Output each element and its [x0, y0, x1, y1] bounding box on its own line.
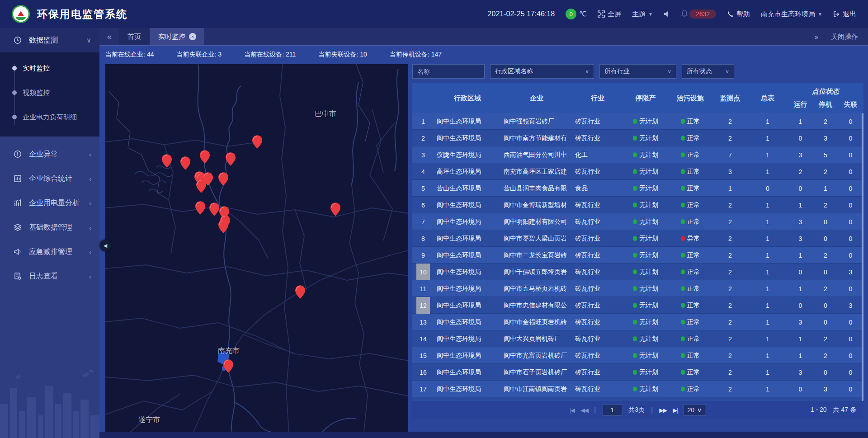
first-page-button[interactable]: |◀ — [570, 407, 574, 414]
map-panel[interactable]: 巴中市南充市遂宁市 — [105, 64, 408, 432]
map-collapse-button[interactable]: ◀ — [99, 240, 111, 251]
chevron-down-icon: ∨ — [697, 406, 702, 414]
chevron-collapsed-icon: ‹ — [89, 199, 91, 207]
map-marker-pin-icon[interactable] — [218, 220, 228, 233]
company-cell: 阆中市江南镇阆南页岩 — [501, 381, 572, 397]
main-meter-cell: 1 — [748, 297, 788, 314]
table-row[interactable]: 2 阆中生态环境局 阆中市南方节能建材有 砖瓦行业 无计划 正常 2 — [412, 130, 863, 146]
table-row[interactable]: 18 南部生态环境局 南部县砚化水泥有限公 建材加工 无计划 正常 5 — [412, 397, 863, 401]
last-page-button[interactable]: ▶| — [673, 407, 677, 414]
company-cell: 阆中市金福旺页岩机砖 — [501, 314, 572, 330]
running-count-cell: 1 — [788, 197, 813, 213]
status-bar: 当前在线企业:44 当前失联企业:3 当前在线设备:211 当前失联设备:10 … — [105, 46, 443, 64]
map-marker-pin-icon[interactable] — [223, 359, 233, 373]
map-marker-pin-icon[interactable] — [195, 201, 205, 215]
logout-label: 退出 — [843, 10, 856, 19]
close-operations-button[interactable]: 关闭操作 — [831, 33, 858, 41]
map-marker-pin-icon[interactable] — [252, 135, 262, 149]
status-dot — [633, 119, 637, 124]
map-marker-pin-icon[interactable] — [196, 179, 206, 193]
halted-count-cell: 0 — [813, 364, 838, 381]
table-row[interactable]: 14 阆中生态环境局 阆中大兴页岩机砖厂 砖瓦行业 无计划 正常 2 — [412, 330, 863, 347]
notification-area[interactable]: 2632 — [681, 9, 716, 19]
table-row[interactable]: 10 阆中生态环境局 阆中千佛镇五郎垭页岩 砖瓦行业 无计划 正常 2 — [412, 264, 863, 280]
table-row[interactable]: 7 阆中生态环境局 阆中明阳建材有限公司 砖瓦行业 无计划 正常 2 — [412, 213, 863, 230]
page-size-select[interactable]: 20 ∨ — [684, 404, 706, 416]
table-row[interactable]: 12 阆中生态环境局 阆中市忠信建材有限公 砖瓦行业 无计划 正常 2 — [412, 297, 863, 314]
map-marker-pin-icon[interactable] — [200, 150, 210, 164]
stop-limit-cell: 无计划 — [623, 397, 668, 401]
sidebar-group-enterprise-abnormal[interactable]: 企业异常 ‹ — [0, 142, 99, 166]
sidebar-item-video-monitor[interactable]: 视频监控 — [0, 80, 99, 105]
pagination-bar: |◀ ◀◀ | 共3页 | ▶▶ ▶| 20 ∨ 1 - 20 共 47 条 — [412, 401, 863, 419]
sidebar-group-enterprise-stats[interactable]: 企业综合统计 ‹ — [0, 166, 99, 191]
row-index-cell: 3 — [412, 146, 434, 163]
status-filter-select[interactable]: 所有状态 ∨ — [682, 64, 734, 79]
region-cell: 阆中生态环境局 — [434, 197, 501, 213]
table-row[interactable]: 13 阆中生态环境局 阆中市金福旺页岩机砖 砖瓦行业 无计划 正常 2 — [412, 314, 863, 330]
help-button[interactable]: 帮助 — [727, 10, 750, 19]
status-dot — [681, 353, 685, 358]
status-dot — [633, 169, 637, 174]
map-marker-pin-icon[interactable] — [218, 172, 228, 186]
map-marker-pin-icon[interactable] — [295, 285, 305, 299]
industry-cell: 砖瓦行业 — [572, 314, 623, 330]
pollution-facility-cell: 正常 — [668, 314, 712, 330]
sidebar-group-data-monitor[interactable]: 数据监测 ∨ — [0, 28, 99, 52]
pollution-facility-cell: 正常 — [668, 347, 712, 364]
table-row[interactable]: 15 阆中生态环境局 阆中市光富页岩机砖厂 砖瓦行业 无计划 正常 2 — [412, 347, 863, 364]
table-row[interactable]: 6 阆中生态环境局 阆中市金博瑞新型墙材 砖瓦行业 无计划 正常 2 — [412, 197, 863, 213]
map-marker-pin-icon[interactable] — [209, 203, 219, 216]
map-marker-pin-icon[interactable] — [180, 156, 190, 170]
column-header-lost: 失联 — [838, 100, 863, 109]
table-row[interactable]: 1 阆中生态环境局 阆中强锐页岩砖厂 砖瓦行业 无计划 正常 2 — [412, 113, 863, 130]
region-filter-select[interactable]: 行政区域名称 ∨ — [490, 64, 594, 79]
page-number-input[interactable] — [602, 404, 622, 416]
sidebar-item-realtime-monitor[interactable]: 实时监控 — [0, 56, 99, 80]
sidebar-group-emergency[interactable]: 应急减排管理 ‹ — [0, 240, 99, 264]
column-header-company: 企业 — [501, 83, 572, 113]
logout-button[interactable]: 退出 — [833, 10, 856, 19]
sidebar-group-base-data[interactable]: 基础数据管理 ‹ — [0, 215, 99, 240]
status-value: 10 — [360, 51, 367, 58]
fullscreen-button[interactable]: 全屏 — [598, 10, 621, 19]
table-row[interactable]: 9 阆中生态环境局 阆中市二龙长宝页岩砖 砖瓦行业 无计划 正常 2 — [412, 247, 863, 264]
mute-button[interactable] — [664, 11, 670, 17]
lost-count-cell: 0 — [838, 197, 863, 213]
table-row[interactable]: 11 阆中生态环境局 阆中市五马桥页岩机砖 砖瓦行业 无计划 正常 2 — [412, 280, 863, 297]
sidebar-submenu: 实时监控 视频监控 企业电力负荷明细 — [0, 52, 99, 137]
table-row[interactable]: 5 营山生态环境局 营山县润丰肉食品有限 食品 无计划 正常 1 — [412, 180, 863, 197]
map-marker-pin-icon[interactable] — [162, 154, 172, 168]
tab-realtime-monitor[interactable]: 实时监控 × — [150, 28, 204, 45]
table-row[interactable]: 16 阆中生态环境局 阆中市石子页岩机砖厂 砖瓦行业 无计划 正常 2 — [412, 364, 863, 381]
prev-page-button[interactable]: ◀◀ — [580, 407, 588, 414]
running-count-cell: 3 — [788, 213, 813, 230]
map-marker-pin-icon[interactable] — [330, 203, 340, 216]
main-meter-cell: 1 — [748, 381, 788, 397]
tabs-scroll-left-icon[interactable]: « — [99, 28, 119, 45]
table-row[interactable]: 3 仪陇生态环境局 西南油气田分公司川中 化工 无计划 正常 7 — [412, 146, 863, 163]
industry-cell: 砖瓦行业 — [572, 381, 623, 397]
tab-home[interactable]: 首页 — [119, 28, 149, 45]
table-row[interactable]: 8 阆中生态环境局 阆中市枣碧大梁山页岩 砖瓦行业 无计划 异常 2 — [412, 230, 863, 247]
stop-limit-label: 无计划 — [639, 352, 658, 360]
next-page-button[interactable]: ▶▶ — [659, 407, 666, 414]
industry-filter-select[interactable]: 所有行业 ∨ — [599, 64, 676, 79]
tab-bar: « 首页 实时监控 × » 关闭操作 — [99, 28, 868, 45]
theme-dropdown[interactable]: 主题 ▼ — [632, 10, 653, 19]
tabs-scroll-right-icon[interactable]: » — [815, 33, 818, 41]
monitor-points-cell: 2 — [712, 330, 748, 347]
sidebar-group-logs[interactable]: 日志查看 ‹ — [0, 264, 99, 288]
sidebar-item-power-load-detail[interactable]: 企业电力负荷明细 — [0, 105, 99, 129]
megaphone-icon — [14, 248, 23, 256]
close-icon[interactable]: × — [189, 33, 196, 40]
map-marker-pin-icon[interactable] — [226, 152, 236, 166]
status-dot — [633, 136, 637, 141]
table-row[interactable]: 17 阆中生态环境局 阆中市江南镇阆南页岩 砖瓦行业 无计划 正常 2 — [412, 381, 863, 397]
name-filter-input[interactable] — [412, 64, 485, 79]
table-scrollbar[interactable] — [862, 113, 863, 401]
sidebar-group-power-analysis[interactable]: 企业用电量分析 ‹ — [0, 191, 99, 215]
table-row[interactable]: 4 高坪生态环境局 南充市高坪区王家店建 砖瓦行业 无计划 正常 3 — [412, 163, 863, 180]
point-status-group-label: 点位状态 — [788, 87, 863, 96]
org-dropdown[interactable]: 南充市生态环境局 ▼ — [761, 10, 822, 19]
